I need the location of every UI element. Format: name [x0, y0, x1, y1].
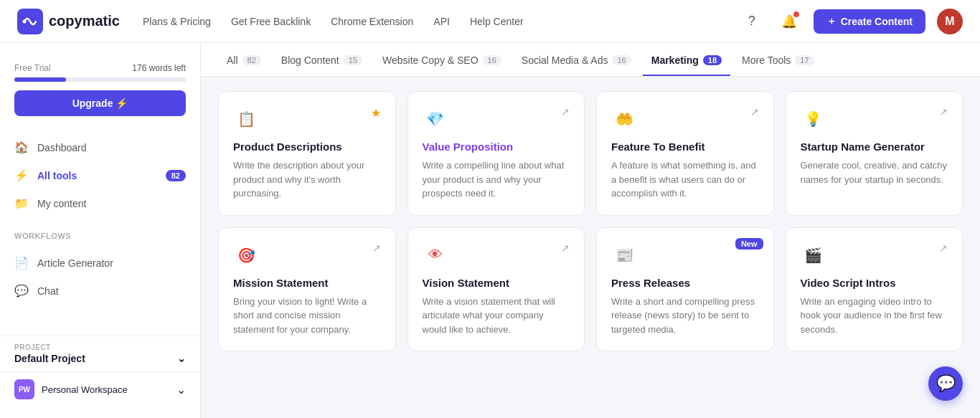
- chevron-icon: ⌄: [177, 353, 186, 364]
- card-press[interactable]: 📰 New Press Releases Write a short and c…: [596, 227, 774, 352]
- sidebar-item-chat-label: Chat: [37, 285, 59, 297]
- tab-all[interactable]: All 82: [218, 43, 270, 76]
- tab-social-count: 16: [612, 55, 631, 65]
- arrow-icon: ↗: [372, 242, 381, 254]
- card-startup-name[interactable]: 💡 ↗ Startup Name Generator Generate cool…: [786, 91, 963, 216]
- card-icon: 💎: [423, 106, 448, 132]
- trial-words: 176 words left: [132, 63, 186, 73]
- workspace-name: Personal Workspace: [42, 384, 169, 395]
- card-mission[interactable]: 🎯 ↗ Mission Statement Bring your vision …: [218, 227, 396, 352]
- arrow-icon: ↗: [939, 106, 948, 118]
- tab-marketing[interactable]: Marketing 18: [643, 43, 730, 76]
- arrow-icon: ↗: [561, 242, 570, 254]
- tab-blog-label: Blog Content: [281, 54, 339, 66]
- nav-link-plans[interactable]: Plans & Pricing: [143, 16, 211, 27]
- trial-box: Free Trial 176 words left Upgrade ⚡: [0, 54, 200, 128]
- upgrade-button[interactable]: Upgrade ⚡: [14, 90, 186, 116]
- tab-social-label: Social Media & Ads: [522, 54, 608, 66]
- card-actions: ↗: [561, 242, 570, 254]
- tab-all-count: 82: [242, 55, 261, 65]
- arrow-icon: ↗: [750, 106, 759, 118]
- tab-blog-count: 15: [344, 55, 362, 65]
- tabs-bar: All 82 Blog Content 15 Website Copy & SE…: [201, 43, 980, 77]
- plus-icon: ＋: [826, 15, 837, 28]
- card-icon: 📰: [611, 242, 637, 268]
- sidebar-item-article[interactable]: 📄 Article Generator: [0, 249, 200, 277]
- card-value-prop[interactable]: 💎 ↗ Value Proposition Write a compelling…: [407, 91, 585, 216]
- arrow-icon: ↗: [939, 242, 948, 254]
- navbar: copymatic Plans & Pricing Get Free Backl…: [0, 0, 980, 43]
- sidebar-item-dashboard-label: Dashboard: [37, 142, 87, 153]
- dashboard-icon: 🏠: [14, 141, 29, 154]
- star-icon[interactable]: ★: [371, 106, 381, 120]
- new-badge: New: [735, 238, 763, 250]
- cards-grid: 📋 ★ Product Descriptions Write the descr…: [218, 91, 963, 351]
- tab-more-label: More Tools: [742, 54, 791, 66]
- sidebar-item-mycontent-label: My content: [37, 198, 86, 209]
- avatar[interactable]: M: [937, 9, 963, 34]
- help-icon-button[interactable]: ?: [739, 9, 765, 34]
- nav-link-chrome[interactable]: Chrome Extension: [331, 16, 413, 27]
- project-name-text: Default Project: [14, 353, 85, 364]
- project-box: PROJECT Default Project ⌄: [0, 336, 200, 371]
- card-header: 👁 ↗: [423, 242, 570, 268]
- nav-link-api[interactable]: API: [433, 16, 450, 27]
- mycontent-icon: 📁: [14, 196, 29, 210]
- logo[interactable]: copymatic: [17, 9, 120, 34]
- card-vision[interactable]: 👁 ↗ Vision Statement Write a vision stat…: [407, 227, 585, 352]
- alltools-icon: ⚡: [14, 168, 29, 182]
- card-actions: ↗: [561, 106, 570, 118]
- tab-marketing-count: 18: [703, 55, 722, 65]
- sidebar-item-article-label: Article Generator: [37, 257, 113, 269]
- card-title: Video Script Intros: [801, 277, 948, 289]
- card-product-desc[interactable]: 📋 ★ Product Descriptions Write the descr…: [218, 91, 396, 216]
- notification-button[interactable]: 🔔: [776, 9, 802, 34]
- workspace-box[interactable]: PW Personal Workspace ⌄: [0, 371, 200, 407]
- card-actions: ↗: [372, 242, 381, 254]
- card-video-script[interactable]: 🎬 ↗ Video Script Intros Write an engagin…: [786, 227, 963, 352]
- card-title: Value Proposition: [423, 141, 570, 153]
- tab-website[interactable]: Website Copy & SEO 16: [374, 43, 510, 76]
- card-actions: ↗: [750, 106, 759, 118]
- card-desc: Write a short and compelling press relea…: [611, 295, 759, 337]
- alltools-badge: 82: [166, 170, 186, 181]
- article-icon: 📄: [14, 256, 29, 270]
- workflows-nav: 📄 Article Generator 💬 Chat: [0, 243, 200, 310]
- card-icon: 👁: [423, 242, 448, 268]
- card-desc: Write an engaging video intro to hook yo…: [801, 295, 948, 337]
- sidebar-nav: 🏠 Dashboard ⚡ All tools 82 📁 My content: [0, 128, 200, 223]
- sidebar-item-mycontent[interactable]: 📁 My content: [0, 189, 200, 217]
- card-actions: ★: [371, 106, 381, 120]
- arrow-icon: ↗: [561, 106, 570, 118]
- card-title: Press Releases: [611, 277, 759, 289]
- layout: Free Trial 176 words left Upgrade ⚡ 🏠 Da…: [0, 43, 980, 418]
- card-header: 🤲 ↗: [611, 106, 759, 132]
- tab-social[interactable]: Social Media & Ads 16: [513, 43, 640, 76]
- card-desc: Write a vision statement that will artic…: [423, 295, 570, 337]
- card-desc: Write a compelling line about what your …: [423, 158, 570, 201]
- project-name[interactable]: Default Project ⌄: [14, 353, 186, 364]
- tab-website-count: 16: [483, 55, 501, 65]
- create-content-button[interactable]: ＋ Create Content: [814, 9, 925, 34]
- logo-icon: [17, 9, 43, 34]
- card-desc: A feature is what something is, and a be…: [611, 158, 759, 201]
- sidebar-item-alltools[interactable]: ⚡ All tools 82: [0, 161, 200, 189]
- nav-links: Plans & Pricing Get Free Backlink Chrome…: [143, 16, 739, 27]
- workflows-section-label: Workflows: [0, 223, 200, 243]
- tab-blog[interactable]: Blog Content 15: [273, 43, 371, 76]
- card-title: Product Descriptions: [233, 141, 381, 153]
- nav-link-help[interactable]: Help Center: [470, 16, 524, 27]
- cards-area: 📋 ★ Product Descriptions Write the descr…: [201, 77, 980, 366]
- card-title: Vision Statement: [423, 277, 570, 289]
- sidebar-item-chat[interactable]: 💬 Chat: [0, 277, 200, 305]
- tab-more[interactable]: More Tools 17: [733, 43, 822, 76]
- card-feature-benefit[interactable]: 🤲 ↗ Feature To Benefit A feature is what…: [596, 91, 774, 216]
- tab-more-count: 17: [795, 55, 814, 65]
- chat-bubble[interactable]: 💬: [928, 366, 963, 401]
- sidebar-item-dashboard[interactable]: 🏠 Dashboard: [0, 133, 200, 161]
- card-title: Feature To Benefit: [611, 141, 759, 153]
- main-content: All 82 Blog Content 15 Website Copy & SE…: [201, 43, 980, 418]
- nav-link-backlink[interactable]: Get Free Backlink: [231, 16, 311, 27]
- card-header: 📋 ★: [233, 106, 381, 132]
- svg-point-1: [23, 19, 27, 23]
